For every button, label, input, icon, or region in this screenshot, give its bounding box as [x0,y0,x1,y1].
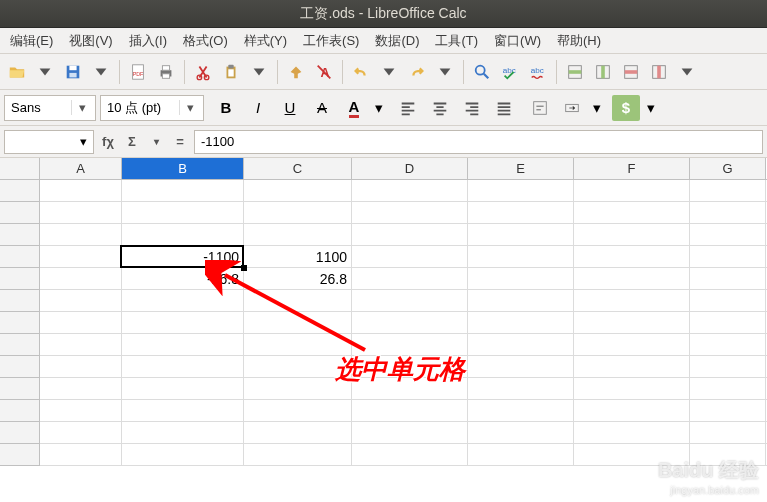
col-header-g[interactable]: G [690,158,766,179]
menu-insert[interactable]: 插入(I) [121,32,175,50]
row-header[interactable] [0,290,40,312]
undo-dropdown-icon[interactable] [376,59,402,85]
svg-rect-6 [162,65,169,70]
row-header[interactable] [0,202,40,224]
merge-dropdown-icon[interactable]: ▾ [590,95,604,121]
col-header-b[interactable]: B [122,158,244,179]
row-header[interactable] [0,268,40,290]
row-header[interactable] [0,246,40,268]
menu-format[interactable]: 格式(O) [175,32,236,50]
format-dropdown-icon[interactable]: ▾ [644,95,658,121]
col-header-c[interactable]: C [244,158,352,179]
watermark: Baidu 经验 jingyan.baidu.com [658,457,759,496]
separator [184,60,185,84]
cell-c5[interactable]: 26.8 [244,268,352,289]
align-right-button[interactable] [458,95,486,121]
delete-row-button[interactable] [618,59,644,85]
svg-rect-2 [69,72,76,77]
toolbar-dropdown-icon[interactable] [674,59,700,85]
formula-input[interactable]: -1100 [194,130,763,154]
row-header[interactable] [0,334,40,356]
row-header[interactable] [0,378,40,400]
save-button[interactable] [60,59,86,85]
cell-b5[interactable]: -26.8 [122,268,244,289]
formula-value: -1100 [201,134,234,149]
italic-button[interactable]: I [244,95,272,121]
menu-style[interactable]: 样式(Y) [236,32,295,50]
col-header-a[interactable]: A [40,158,122,179]
cell-reference-input[interactable]: ▾ [4,130,94,154]
chevron-down-icon: ▾ [71,100,89,115]
align-justify-button[interactable] [490,95,518,121]
redo-dropdown-icon[interactable] [432,59,458,85]
paste-dropdown-icon[interactable] [246,59,272,85]
open-dropdown-icon[interactable] [32,59,58,85]
fill-handle[interactable] [241,265,247,271]
col-header-d[interactable]: D [352,158,468,179]
merge-cells-button[interactable] [558,95,586,121]
row-header[interactable] [0,356,40,378]
menu-help[interactable]: 帮助(H) [549,32,609,50]
row-header[interactable] [0,444,40,466]
clear-format-button[interactable]: A [311,59,337,85]
row-header[interactable] [0,422,40,444]
open-button[interactable] [4,59,30,85]
menu-sheet[interactable]: 工作表(S) [295,32,367,50]
redo-button[interactable] [404,59,430,85]
col-header-e[interactable]: E [468,158,574,179]
wrap-text-button[interactable] [526,95,554,121]
menu-window[interactable]: 窗口(W) [486,32,549,50]
font-name-combo[interactable]: Sans ▾ [4,95,96,121]
paste-button[interactable] [218,59,244,85]
menu-data[interactable]: 数据(D) [367,32,427,50]
spellcheck-button[interactable]: abc [497,59,523,85]
undo-button[interactable] [348,59,374,85]
cut-button[interactable] [190,59,216,85]
currency-button[interactable]: $ [612,95,640,121]
underline-button[interactable]: U [276,95,304,121]
row-header[interactable] [0,400,40,422]
font-color-dropdown-icon[interactable]: ▾ [372,95,386,121]
equals-button[interactable]: = [170,134,190,149]
separator [342,60,343,84]
export-pdf-button[interactable]: PDF [125,59,151,85]
font-size-combo[interactable]: 10 点 (pt) ▾ [100,95,204,121]
menu-tools[interactable]: 工具(T) [427,32,486,50]
watermark-url: jingyan.baidu.com [658,484,759,496]
col-header-f[interactable]: F [574,158,690,179]
watermark-brand: Baidu 经验 [658,457,759,484]
cells-area[interactable]: -11001100 -26.826.8 [40,180,767,466]
cell-b4[interactable]: -1100 [122,246,244,267]
sum-button[interactable]: Σ [122,134,142,149]
menu-edit[interactable]: 编辑(E) [2,32,61,50]
format-toolbar: Sans ▾ 10 点 (pt) ▾ B I U A A ▾ ▾ $ ▾ [0,90,767,126]
main-toolbar: PDF A abc abc [0,54,767,90]
strikethrough-button[interactable]: A [308,95,336,121]
spellcheck-toggle-button[interactable]: abc [525,59,551,85]
select-all-corner[interactable] [0,158,40,179]
font-color-button[interactable]: A [340,95,368,121]
delete-col-button[interactable] [646,59,672,85]
row-header[interactable] [0,180,40,202]
clone-format-button[interactable] [283,59,309,85]
row-header[interactable] [0,312,40,334]
save-dropdown-icon[interactable] [88,59,114,85]
separator [119,60,120,84]
svg-text:PDF: PDF [133,70,144,76]
menu-view[interactable]: 视图(V) [61,32,120,50]
svg-rect-20 [601,65,605,78]
print-button[interactable] [153,59,179,85]
row-header[interactable] [0,224,40,246]
separator [277,60,278,84]
function-wizard-button[interactable]: fχ [98,134,118,149]
insert-col-button[interactable] [590,59,616,85]
align-center-button[interactable] [426,95,454,121]
font-name-value: Sans [11,100,41,115]
find-button[interactable] [469,59,495,85]
function-dropdown-icon[interactable]: ▾ [146,136,166,147]
cell-c4[interactable]: 1100 [244,246,352,267]
align-left-button[interactable] [394,95,422,121]
font-size-value: 10 点 (pt) [107,99,161,117]
insert-row-button[interactable] [562,59,588,85]
bold-button[interactable]: B [212,95,240,121]
